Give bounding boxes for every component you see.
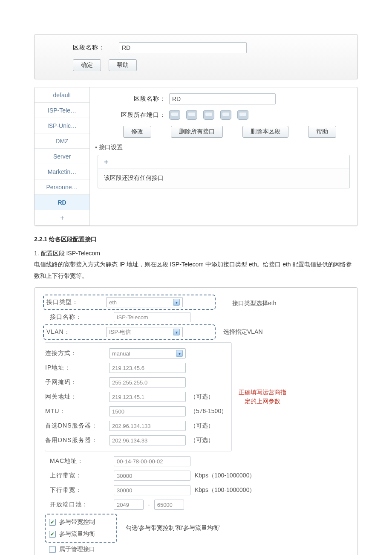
bandwidth-control-checkbox[interactable]: [49, 519, 56, 526]
zone-name-input[interactable]: [119, 42, 247, 53]
delete-interfaces-button[interactable]: 删除所有接口: [171, 126, 223, 138]
mtu-input[interactable]: 1500: [109, 406, 186, 416]
port-icon[interactable]: [237, 110, 248, 120]
if-name-label: 接口名称：: [50, 313, 110, 321]
traffic-balance-checkbox[interactable]: [49, 531, 56, 538]
zone-item[interactable]: Marketin…: [35, 164, 89, 179]
if-type-label: 接口类型：: [46, 298, 106, 306]
if-type-select[interactable]: eth ▾: [106, 297, 183, 307]
chevron-down-icon: ▾: [176, 350, 183, 357]
delete-zone-button[interactable]: 删除本区段: [242, 126, 288, 138]
ip-input[interactable]: 219.123.45.6: [109, 363, 186, 373]
vlan-label: VLAN：: [46, 328, 106, 336]
zone-name-input[interactable]: [169, 93, 276, 104]
vlan-select[interactable]: ISP-电信 ▾: [106, 327, 183, 337]
down-bw-unit: Kbps（100-1000000）: [195, 486, 255, 494]
help-button[interactable]: 帮助: [109, 59, 137, 71]
if-name-input[interactable]: ISP-Telecom: [114, 312, 190, 322]
interface-form-panel: 接口类型： eth ▾ 接口类型选择eth 接口名称： ISP-Telecom …: [34, 287, 358, 555]
port-icon[interactable]: [220, 110, 231, 120]
port-pool-label: 开放端口池：: [50, 501, 110, 509]
zone-manage-panel: default ISP-Tele… ISP-Unic… DMZ Server M…: [34, 87, 358, 226]
zone-list: default ISP-Tele… ISP-Unic… DMZ Server M…: [35, 87, 90, 225]
port-icon[interactable]: [186, 110, 197, 120]
port-icon[interactable]: [169, 110, 180, 120]
doc-body: 2.2.1 给各区段配置接口 1. 配置区段 ISP-Telecom 电信线路的…: [34, 234, 358, 281]
zone-name-label: 区段名称：: [73, 44, 115, 52]
down-bw-label: 下行带宽：: [50, 486, 110, 494]
interface-section-title: 接口设置: [95, 144, 350, 151]
bandwidth-control-label: 参与带宽控制: [59, 518, 95, 526]
chevron-down-icon: ▾: [173, 299, 180, 306]
heading-221: 2.2.1 给各区段配置接口: [34, 234, 358, 245]
vlan-hint: 选择指定VLAN: [223, 328, 263, 336]
dns2-label: 备用DNS服务器：: [45, 436, 105, 444]
vlan-callout: VLAN： ISP-电信 ▾: [43, 324, 216, 340]
dash: -: [148, 501, 150, 508]
interface-tabstrip: ＋: [98, 155, 350, 168]
dns1-optional: （可选）: [190, 422, 214, 430]
if-type-callout: 接口类型： eth ▾: [43, 295, 216, 310]
dns1-input[interactable]: 202.96.134.133: [109, 421, 186, 431]
zone-item-selected[interactable]: RD: [35, 195, 89, 210]
gw-label: 网关地址：: [45, 393, 105, 401]
up-bw-label: 上行带宽：: [50, 472, 110, 480]
mac-label: MAC地址：: [50, 457, 110, 465]
mgmt-iface-checkbox[interactable]: [49, 546, 56, 553]
modify-button[interactable]: 修改: [123, 126, 151, 138]
ip-label: IP地址：: [45, 364, 105, 372]
dns1-label: 首选DNS服务器：: [45, 422, 105, 430]
conn-select[interactable]: manual ▾: [109, 348, 186, 358]
zone-add-button[interactable]: ＋: [35, 210, 89, 225]
add-interface-tab[interactable]: ＋: [98, 155, 114, 168]
up-bw-unit: Kbps（100-1000000）: [195, 472, 255, 480]
gw-optional: （可选）: [190, 393, 214, 401]
zone-item[interactable]: Server: [35, 149, 89, 164]
isp-params-note: 正确填写运营商指定的上网参数: [237, 388, 288, 406]
conn-label: 连接方式：: [45, 350, 105, 357]
zone-create-panel: 区段名称： 确定 帮助: [34, 34, 358, 79]
cb-callout: 参与带宽控制 参与流量均衡: [45, 514, 117, 543]
zone-item[interactable]: DMZ: [35, 133, 89, 149]
mtu-label: MTU：: [45, 408, 105, 415]
chevron-down-icon: ▾: [173, 329, 180, 335]
port-icons: [169, 110, 248, 120]
if-type-hint: 接口类型选择eth: [232, 300, 276, 306]
doc-line: 1. 配置区段 ISP-Telecom: [34, 248, 358, 259]
zone-name-label: 区段名称：: [115, 95, 166, 103]
zone-item[interactable]: ISP-Tele…: [35, 103, 89, 118]
port-pool-to[interactable]: 65000: [154, 500, 184, 510]
mask-label: 子网掩码：: [45, 379, 105, 386]
traffic-balance-label: 参与流量均衡: [59, 530, 95, 538]
dns2-input[interactable]: 202.96.134.33: [109, 435, 186, 445]
cb-hint: 勾选‘参与带宽控制’和‘参与流量均衡’: [126, 524, 220, 532]
conn-params-block: 连接方式： manual ▾ IP地址： 219.123.45.6 子网掩码： …: [45, 342, 232, 451]
mtu-range: （576-1500）: [190, 408, 227, 415]
interface-empty-msg: 该区段还没有任何接口: [98, 168, 350, 188]
up-bw-input[interactable]: 30000: [114, 471, 190, 481]
mask-input[interactable]: 255.255.255.0: [109, 377, 186, 387]
zone-detail: 区段名称： 区段所在端口： 修改 删除所有接口 删除本区段 帮助 接口设: [90, 87, 357, 225]
doc-para: 电信线路的宽带接入方式为静态 IP 地址，则在区段 ISP-Telecom 中添…: [34, 259, 358, 281]
zone-item[interactable]: ISP-Unic…: [35, 118, 89, 133]
mac-input[interactable]: 00-14-78-00-00-02: [114, 456, 190, 466]
dns2-optional: （可选）: [190, 436, 214, 444]
port-icon[interactable]: [203, 110, 214, 120]
zone-item[interactable]: Personne…: [35, 179, 89, 195]
ok-button[interactable]: 确定: [73, 59, 101, 71]
down-bw-input[interactable]: 30000: [114, 485, 190, 495]
zone-port-label: 区段所在端口：: [115, 111, 166, 119]
help-button[interactable]: 帮助: [308, 126, 336, 138]
port-pool-from[interactable]: 2049: [114, 500, 144, 510]
zone-item[interactable]: default: [35, 87, 89, 103]
mgmt-iface-label: 属于管理接口: [59, 546, 95, 553]
gw-input[interactable]: 219.123.45.1: [109, 392, 186, 402]
